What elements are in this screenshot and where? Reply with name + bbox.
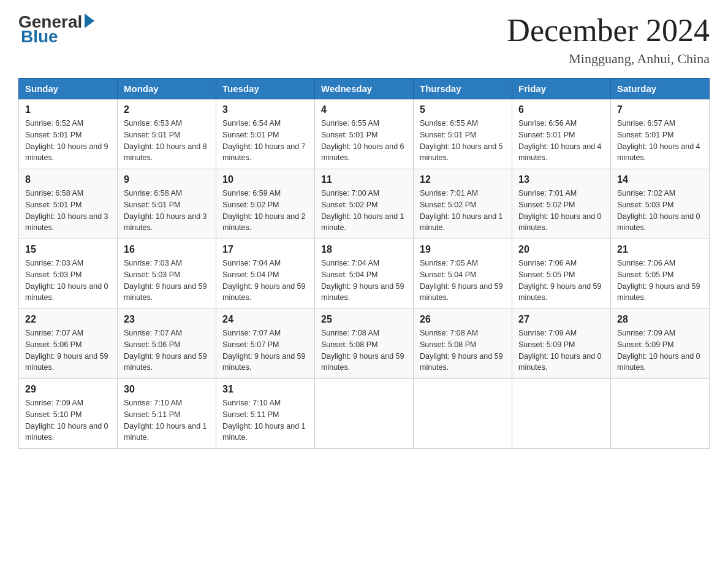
sunset-label: Sunset: 5:11 PM (222, 410, 279, 419)
day-number: 9 (124, 174, 210, 185)
location-subtitle: Mingguang, Anhui, China (507, 51, 710, 67)
daylight-label: Daylight: 9 hours and 59 minutes. (420, 352, 503, 372)
calendar-header-row: Sunday Monday Tuesday Wednesday Thursday… (19, 79, 710, 99)
sunset-label: Sunset: 5:01 PM (222, 131, 279, 139)
day-info: Sunrise: 7:10 AM Sunset: 5:11 PM Dayligh… (124, 397, 210, 443)
table-row: 30 Sunrise: 7:10 AM Sunset: 5:11 PM Dayl… (118, 379, 216, 449)
sunset-label: Sunset: 5:03 PM (25, 270, 82, 279)
col-tuesday: Tuesday (216, 79, 315, 99)
daylight-label: Daylight: 10 hours and 0 minutes. (518, 212, 602, 232)
sunrise-label: Sunrise: 6:54 AM (222, 119, 281, 128)
sunset-label: Sunset: 5:07 PM (222, 340, 279, 349)
table-row: 11 Sunrise: 7:00 AM Sunset: 5:02 PM Dayl… (315, 169, 414, 239)
calendar-week-4: 22 Sunrise: 7:07 AM Sunset: 5:06 PM Dayl… (19, 309, 710, 379)
daylight-label: Daylight: 10 hours and 4 minutes. (617, 142, 700, 163)
sunrise-label: Sunrise: 6:52 AM (25, 119, 83, 128)
table-row: 18 Sunrise: 7:04 AM Sunset: 5:04 PM Dayl… (315, 239, 414, 309)
table-row: 28 Sunrise: 7:09 AM Sunset: 5:09 PM Dayl… (611, 309, 710, 379)
sunrise-label: Sunrise: 6:58 AM (124, 189, 182, 197)
daylight-label: Daylight: 10 hours and 0 minutes. (617, 212, 700, 232)
sunrise-label: Sunrise: 7:10 AM (124, 399, 182, 407)
daylight-label: Daylight: 10 hours and 3 minutes. (25, 212, 108, 232)
day-info: Sunrise: 7:09 AM Sunset: 5:10 PM Dayligh… (25, 397, 111, 443)
sunset-label: Sunset: 5:03 PM (124, 270, 180, 279)
day-number: 12 (420, 174, 506, 185)
daylight-label: Daylight: 10 hours and 0 minutes. (617, 352, 700, 372)
day-info: Sunrise: 7:07 AM Sunset: 5:07 PM Dayligh… (222, 327, 308, 373)
sunset-label: Sunset: 5:02 PM (518, 201, 575, 209)
day-info: Sunrise: 6:59 AM Sunset: 5:02 PM Dayligh… (222, 188, 308, 234)
day-info: Sunrise: 7:00 AM Sunset: 5:02 PM Dayligh… (321, 188, 407, 234)
day-info: Sunrise: 6:52 AM Sunset: 5:01 PM Dayligh… (25, 118, 111, 164)
sunset-label: Sunset: 5:05 PM (518, 270, 575, 279)
daylight-label: Daylight: 10 hours and 1 minute. (321, 212, 404, 232)
day-number: 31 (222, 384, 308, 395)
sunrise-label: Sunrise: 7:07 AM (124, 329, 182, 337)
sunset-label: Sunset: 5:11 PM (124, 410, 180, 419)
daylight-label: Daylight: 9 hours and 59 minutes. (518, 282, 602, 302)
daylight-label: Daylight: 10 hours and 3 minutes. (124, 212, 207, 232)
table-row: 27 Sunrise: 7:09 AM Sunset: 5:09 PM Dayl… (512, 309, 611, 379)
day-number: 23 (124, 314, 210, 325)
day-info: Sunrise: 6:54 AM Sunset: 5:01 PM Dayligh… (222, 118, 308, 164)
calendar-week-3: 15 Sunrise: 7:03 AM Sunset: 5:03 PM Dayl… (19, 239, 710, 309)
table-row: 3 Sunrise: 6:54 AM Sunset: 5:01 PM Dayli… (216, 99, 315, 169)
month-title: December 2024 (507, 12, 710, 48)
sunrise-label: Sunrise: 7:00 AM (321, 189, 379, 197)
day-info: Sunrise: 6:57 AM Sunset: 5:01 PM Dayligh… (617, 118, 703, 164)
sunset-label: Sunset: 5:10 PM (25, 410, 82, 419)
daylight-label: Daylight: 10 hours and 6 minutes. (321, 142, 404, 163)
day-info: Sunrise: 7:06 AM Sunset: 5:05 PM Dayligh… (617, 258, 703, 304)
sunrise-label: Sunrise: 7:07 AM (222, 329, 281, 337)
daylight-label: Daylight: 9 hours and 59 minutes. (321, 352, 404, 372)
sunset-label: Sunset: 5:08 PM (420, 340, 476, 349)
sunrise-label: Sunrise: 7:02 AM (617, 189, 675, 197)
table-row: 23 Sunrise: 7:07 AM Sunset: 5:06 PM Dayl… (118, 309, 216, 379)
sunrise-label: Sunrise: 6:57 AM (617, 119, 675, 128)
calendar-week-2: 8 Sunrise: 6:58 AM Sunset: 5:01 PM Dayli… (19, 169, 710, 239)
daylight-label: Daylight: 10 hours and 2 minutes. (222, 212, 306, 232)
table-row: 12 Sunrise: 7:01 AM Sunset: 5:02 PM Dayl… (414, 169, 512, 239)
daylight-label: Daylight: 9 hours and 59 minutes. (420, 282, 503, 302)
table-row: 22 Sunrise: 7:07 AM Sunset: 5:06 PM Dayl… (19, 309, 118, 379)
col-friday: Friday (512, 79, 611, 99)
table-row (512, 379, 611, 449)
daylight-label: Daylight: 10 hours and 9 minutes. (25, 142, 108, 163)
table-row: 2 Sunrise: 6:53 AM Sunset: 5:01 PM Dayli… (118, 99, 216, 169)
daylight-label: Daylight: 9 hours and 59 minutes. (25, 352, 108, 372)
daylight-label: Daylight: 9 hours and 59 minutes. (617, 282, 700, 302)
daylight-label: Daylight: 9 hours and 59 minutes. (222, 282, 306, 302)
daylight-label: Daylight: 9 hours and 59 minutes. (222, 352, 306, 372)
sunset-label: Sunset: 5:01 PM (25, 201, 82, 209)
day-number: 26 (420, 314, 506, 325)
day-number: 10 (222, 174, 308, 185)
sunrise-label: Sunrise: 7:05 AM (420, 259, 478, 267)
sunrise-label: Sunrise: 7:06 AM (617, 259, 675, 267)
sunset-label: Sunset: 5:01 PM (25, 131, 82, 139)
table-row: 10 Sunrise: 6:59 AM Sunset: 5:02 PM Dayl… (216, 169, 315, 239)
day-info: Sunrise: 6:55 AM Sunset: 5:01 PM Dayligh… (321, 118, 407, 164)
day-info: Sunrise: 7:01 AM Sunset: 5:02 PM Dayligh… (518, 188, 604, 234)
day-number: 11 (321, 174, 407, 185)
calendar-table: Sunday Monday Tuesday Wednesday Thursday… (18, 78, 710, 449)
daylight-label: Daylight: 10 hours and 5 minutes. (420, 142, 503, 163)
logo-arrow-icon (85, 13, 94, 28)
sunset-label: Sunset: 5:03 PM (617, 201, 673, 209)
daylight-label: Daylight: 10 hours and 0 minutes. (518, 352, 602, 372)
day-number: 27 (518, 314, 604, 325)
day-number: 5 (420, 104, 506, 115)
table-row (611, 379, 710, 449)
day-info: Sunrise: 7:09 AM Sunset: 5:09 PM Dayligh… (617, 327, 703, 373)
calendar-week-1: 1 Sunrise: 6:52 AM Sunset: 5:01 PM Dayli… (19, 99, 710, 169)
table-row: 4 Sunrise: 6:55 AM Sunset: 5:01 PM Dayli… (315, 99, 414, 169)
calendar-week-5: 29 Sunrise: 7:09 AM Sunset: 5:10 PM Dayl… (19, 379, 710, 449)
table-row: 29 Sunrise: 7:09 AM Sunset: 5:10 PM Dayl… (19, 379, 118, 449)
day-number: 22 (25, 314, 111, 325)
day-number: 8 (25, 174, 111, 185)
day-number: 25 (321, 314, 407, 325)
day-number: 29 (25, 384, 111, 395)
day-info: Sunrise: 7:03 AM Sunset: 5:03 PM Dayligh… (25, 258, 111, 304)
col-monday: Monday (118, 79, 216, 99)
sunset-label: Sunset: 5:09 PM (617, 340, 673, 349)
daylight-label: Daylight: 10 hours and 7 minutes. (222, 142, 306, 163)
